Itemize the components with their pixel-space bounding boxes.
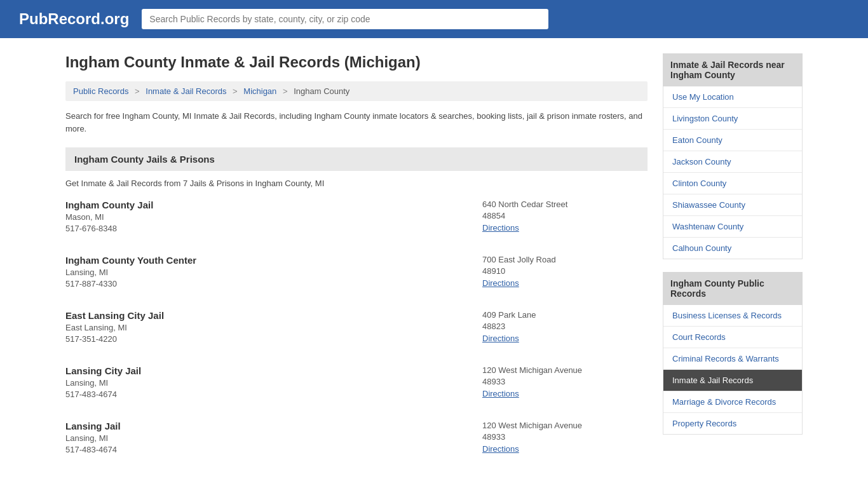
jail-address-block: 640 North Cedar Street 48854 Directions: [482, 200, 648, 233]
sidebar-public-records-item[interactable]: Criminal Records & Warrants: [663, 348, 802, 370]
jail-info: Lansing Jail Lansing, MI 517-483-4674: [65, 421, 482, 454]
jail-address-block: 120 West Michigan Avenue 48933 Direction…: [482, 421, 648, 454]
jail-info: Lansing City Jail Lansing, MI 517-483-46…: [65, 365, 482, 399]
jail-entry: Ingham County Youth Center Lansing, MI 5…: [65, 255, 648, 295]
breadcrumb-public-records[interactable]: Public Records: [73, 86, 128, 96]
jail-address: 409 Park Lane: [482, 310, 648, 320]
jail-address: 120 West Michigan Avenue: [482, 365, 648, 375]
sidebar-nearby-item[interactable]: Eaton County: [663, 130, 802, 151]
sidebar-public-records-title: Ingham County Public Records: [663, 272, 803, 305]
jail-entry: Ingham County Jail Mason, MI 517-676-834…: [65, 200, 648, 240]
sidebar-nearby-item[interactable]: Use My Location: [663, 86, 802, 108]
jail-phone: 517-887-4330: [65, 279, 482, 288]
jail-address-block: 409 Park Lane 48823 Directions: [482, 310, 648, 344]
sidebar-nearby-link[interactable]: Eaton County: [663, 130, 802, 151]
search-input[interactable]: [142, 9, 548, 29]
jail-city: Lansing, MI: [65, 378, 482, 388]
sidebar-nearby-link[interactable]: Shiawassee County: [663, 194, 802, 215]
jail-zip: 48933: [482, 377, 648, 386]
jail-name: Ingham County Jail: [65, 200, 482, 210]
jail-entry: Lansing City Jail Lansing, MI 517-483-46…: [65, 365, 648, 405]
jail-entry: East Lansing City Jail East Lansing, MI …: [65, 310, 648, 350]
sidebar-nearby-item[interactable]: Washtenaw County: [663, 216, 802, 238]
main-layout: Ingham County Inmate & Jail Records (Mic…: [53, 38, 815, 488]
sidebar-public-records-item[interactable]: Inmate & Jail Records: [663, 370, 802, 391]
breadcrumb-current: Ingham County: [294, 86, 349, 96]
jail-address: 700 East Jolly Road: [482, 255, 648, 264]
jail-name: Ingham County Youth Center: [65, 255, 482, 266]
jail-phone: 517-351-4220: [65, 334, 482, 344]
jail-entry: Lansing Jail Lansing, MI 517-483-4674 12…: [65, 421, 648, 461]
jail-phone: 517-483-4674: [65, 445, 482, 454]
sidebar-nearby-link[interactable]: Livingston County: [663, 108, 802, 129]
jail-info: Ingham County Youth Center Lansing, MI 5…: [65, 255, 482, 288]
jail-address-block: 120 West Michigan Avenue 48933 Direction…: [482, 365, 648, 399]
sidebar-nearby-item[interactable]: Clinton County: [663, 173, 802, 194]
jail-directions[interactable]: Directions: [482, 333, 648, 343]
jail-address-block: 700 East Jolly Road 48910 Directions: [482, 255, 648, 288]
sidebar-nearby-title: Inmate & Jail Records near Ingham County: [663, 53, 803, 86]
jail-name: Lansing City Jail: [65, 365, 482, 376]
sidebar-nearby-item[interactable]: Shiawassee County: [663, 194, 802, 216]
sidebar-nearby-link[interactable]: Jackson County: [663, 151, 802, 172]
sidebar-public-records-link[interactable]: Court Records: [663, 327, 802, 348]
sidebar-public-records-item[interactable]: Court Records: [663, 327, 802, 348]
sidebar-public-records-item[interactable]: Property Records: [663, 413, 802, 434]
jails-section: Ingham County Jails & Prisons Get Inmate…: [65, 147, 648, 461]
sidebar-public-records-item[interactable]: Marriage & Divorce Records: [663, 391, 802, 413]
jail-name: Lansing Jail: [65, 421, 482, 431]
jail-city: Lansing, MI: [65, 433, 482, 443]
jail-phone: 517-676-8348: [65, 224, 482, 233]
jail-directions[interactable]: Directions: [482, 444, 648, 454]
jail-city: East Lansing, MI: [65, 323, 482, 332]
jail-name: East Lansing City Jail: [65, 310, 482, 321]
sidebar-public-records-link[interactable]: Inmate & Jail Records: [663, 370, 802, 391]
sidebar-public-records-item[interactable]: Business Licenses & Records: [663, 305, 802, 327]
jail-zip: 48823: [482, 322, 648, 331]
jail-zip: 48910: [482, 266, 648, 276]
breadcrumb-sep-2: >: [233, 86, 238, 96]
directions-link[interactable]: Directions: [482, 223, 519, 233]
breadcrumb-sep-1: >: [135, 86, 140, 96]
search-bar[interactable]: [142, 9, 548, 29]
sidebar-nearby-item[interactable]: Livingston County: [663, 108, 802, 130]
sidebar-nearby-item[interactable]: Calhoun County: [663, 238, 802, 259]
sidebar-public-records-list: Business Licenses & RecordsCourt Records…: [663, 305, 803, 435]
jail-address: 640 North Cedar Street: [482, 200, 648, 209]
page-description: Search for free Ingham County, MI Inmate…: [65, 110, 648, 135]
directions-link[interactable]: Directions: [482, 389, 519, 398]
sidebar-nearby-item[interactable]: Jackson County: [663, 151, 802, 173]
breadcrumb-inmate-jail[interactable]: Inmate & Jail Records: [146, 86, 226, 96]
sidebar-nearby-link[interactable]: Use My Location: [663, 86, 802, 107]
jail-directions[interactable]: Directions: [482, 388, 648, 398]
directions-link[interactable]: Directions: [482, 444, 519, 454]
directions-link[interactable]: Directions: [482, 278, 519, 288]
jail-info: East Lansing City Jail East Lansing, MI …: [65, 310, 482, 344]
sidebar-nearby-link[interactable]: Washtenaw County: [663, 216, 802, 237]
jail-address: 120 West Michigan Avenue: [482, 421, 648, 430]
sidebar-nearby-link[interactable]: Calhoun County: [663, 238, 802, 259]
jails-list: Ingham County Jail Mason, MI 517-676-834…: [65, 200, 648, 461]
site-header: PubRecord.org: [0, 0, 868, 38]
sidebar: Inmate & Jail Records near Ingham County…: [663, 53, 803, 476]
sidebar-nearby-list: Use My LocationLivingston CountyEaton Co…: [663, 86, 803, 259]
jail-phone: 517-483-4674: [65, 390, 482, 399]
jail-info: Ingham County Jail Mason, MI 517-676-834…: [65, 200, 482, 233]
jail-city: Mason, MI: [65, 212, 482, 222]
jail-directions[interactable]: Directions: [482, 278, 648, 288]
jail-zip: 48854: [482, 211, 648, 220]
breadcrumb-michigan[interactable]: Michigan: [243, 86, 276, 96]
jails-section-desc: Get Inmate & Jail Records from 7 Jails &…: [65, 179, 648, 188]
breadcrumb: Public Records > Inmate & Jail Records >…: [65, 81, 648, 101]
site-logo: PubRecord.org: [19, 10, 129, 28]
jail-directions[interactable]: Directions: [482, 222, 648, 233]
jail-zip: 48933: [482, 432, 648, 442]
sidebar-public-records-link[interactable]: Marriage & Divorce Records: [663, 391, 802, 412]
sidebar-public-records-link[interactable]: Criminal Records & Warrants: [663, 348, 802, 369]
content-area: Ingham County Inmate & Jail Records (Mic…: [65, 53, 648, 476]
sidebar-public-records-link[interactable]: Business Licenses & Records: [663, 305, 802, 326]
sidebar-public-records-link[interactable]: Property Records: [663, 413, 802, 434]
sidebar-nearby-link[interactable]: Clinton County: [663, 173, 802, 194]
page-title: Ingham County Inmate & Jail Records (Mic…: [65, 53, 648, 71]
directions-link[interactable]: Directions: [482, 334, 519, 343]
